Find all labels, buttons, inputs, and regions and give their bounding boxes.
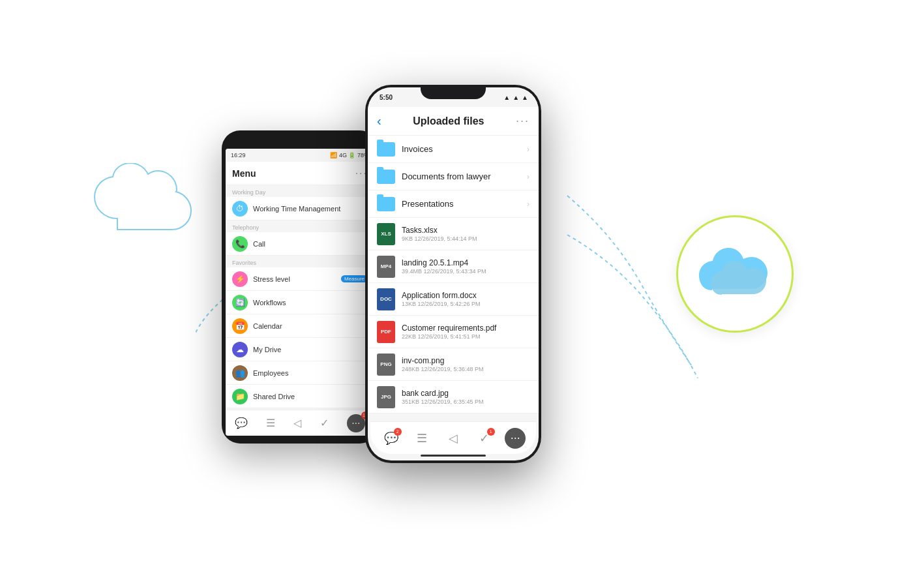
folder-item-presentations[interactable]: Presentations › [368, 190, 539, 218]
shared-drive-icon: 📁 [232, 389, 248, 404]
android-title: Menu [232, 168, 256, 179]
iphone-nav-back[interactable]: ◁ [443, 428, 464, 449]
iphone-notch [421, 85, 486, 99]
file-item-bankcard[interactable]: JPG bank card.jpg 351KB 12/26/2019, 6:35… [368, 381, 539, 414]
section-working-day: Working Day [226, 185, 374, 197]
file-meta-landing: 39.4MB 12/26/2019, 5:43:34 PM [402, 268, 529, 275]
stress-label: Stress level [253, 275, 337, 283]
iphone-back-button[interactable]: ‹ [377, 113, 381, 128]
file-name-invcom: inv-com.png [402, 356, 529, 365]
file-meta-tasks: 9KB 12/26/2019, 5:44:14 PM [402, 235, 529, 242]
working-time-icon: ⏱ [232, 201, 248, 217]
cloud-circle-icon [676, 215, 794, 333]
file-info-bankcard: bank card.jpg 351KB 12/26/2019, 6:35:45 … [402, 389, 529, 405]
calendar-label: Calendar [253, 322, 366, 330]
android-nav-more[interactable]: ··· 10 [347, 414, 365, 432]
stress-icon: ⚡ [232, 271, 248, 287]
file-icon-docx: DOC [377, 288, 395, 310]
file-name-requirements: Customer requirements.pdf [402, 324, 529, 333]
section-telephony: Telephony [226, 220, 374, 232]
iphone-title: Uploaded files [413, 115, 484, 127]
my-drive-icon: ☁ [232, 342, 248, 357]
cloud-outline-icon [91, 163, 209, 235]
file-meta-invcom: 248KB 12/26/2019, 5:36:48 PM [402, 366, 529, 372]
android-time: 16:29 [231, 152, 246, 158]
call-icon: 📞 [232, 236, 248, 252]
android-status-icons: 📶 4G 🔋 78% [330, 152, 369, 158]
menu-item-working-time[interactable]: ⏱ Working Time Management › [226, 197, 374, 220]
file-icon-xlsx: XLS [377, 223, 395, 245]
folder-name-invoices: Invoices [402, 144, 527, 154]
file-item-application[interactable]: DOC Application form.docx 13KB 12/26/201… [368, 283, 539, 316]
iphone-more-button[interactable]: ··· [516, 114, 529, 128]
iphone-file-list: Invoices › Documents from lawyer › Prese… [368, 136, 539, 414]
file-meta-requirements: 22KB 12/26/2019, 5:41:51 PM [402, 333, 529, 340]
menu-item-shared-drive[interactable]: 📁 Shared Drive › [226, 385, 374, 408]
menu-item-my-drive[interactable]: ☁ My Drive › [226, 338, 374, 361]
file-name-landing: landing 20.5.1.mp4 [402, 258, 529, 267]
android-bottom-nav: 💬 ☰ ◁ ✓ ··· 10 [226, 410, 374, 436]
file-info-invcom: inv-com.png 248KB 12/26/2019, 5:36:48 PM [402, 356, 529, 372]
iphone-check-badge: 1 [487, 428, 495, 436]
folder-icon-invoices [377, 142, 395, 157]
file-info-landing: landing 20.5.1.mp4 39.4MB 12/26/2019, 5:… [402, 258, 529, 275]
folder-icon-presentations [377, 197, 395, 211]
iphone-home-indicator [421, 455, 486, 457]
iphone-screen: 5:50 ▲ ▲ ▲ ‹ Uploaded files ··· Invoices… [368, 87, 539, 460]
file-meta-application: 13KB 12/26/2019, 5:42:26 PM [402, 301, 529, 307]
file-item-tasks[interactable]: XLS Tasks.xlsx 9KB 12/26/2019, 5:44:14 P… [368, 218, 539, 250]
menu-item-employees[interactable]: 👥 Employees › [226, 361, 374, 385]
menu-item-workflows[interactable]: 🔄 Workflows › [226, 291, 374, 314]
menu-item-calendar[interactable]: 📅 Calendar › [226, 314, 374, 338]
file-name-bankcard: bank card.jpg [402, 389, 529, 398]
file-info-tasks: Tasks.xlsx 9KB 12/26/2019, 5:44:14 PM [402, 226, 529, 242]
file-icon-mp4: MP4 [377, 256, 395, 278]
workflows-icon: 🔄 [232, 295, 248, 310]
iphone-time: 5:50 [380, 94, 393, 101]
menu-item-stress[interactable]: ⚡ Stress level Measure [226, 267, 374, 291]
file-name-tasks: Tasks.xlsx [402, 226, 529, 235]
stress-badge: Measure [341, 275, 368, 282]
file-item-landing[interactable]: MP4 landing 20.5.1.mp4 39.4MB 12/26/2019… [368, 250, 539, 283]
file-item-invcom[interactable]: PNG inv-com.png 248KB 12/26/2019, 5:36:4… [368, 348, 539, 381]
workflows-label: Workflows [253, 299, 366, 307]
iphone-nav-menu[interactable]: ☰ [411, 428, 432, 449]
employees-label: Employees [253, 369, 366, 377]
file-item-requirements[interactable]: PDF Customer requirements.pdf 22KB 12/26… [368, 316, 539, 348]
call-label: Call [253, 240, 366, 248]
android-nav-menu[interactable]: ☰ [266, 417, 275, 429]
menu-item-call[interactable]: 📞 Call › [226, 232, 374, 256]
folder-item-invoices[interactable]: Invoices › [368, 136, 539, 163]
my-drive-label: My Drive [253, 346, 366, 354]
file-icon-jpg: JPG [377, 386, 395, 408]
working-time-label: Working Time Management [253, 205, 366, 213]
file-meta-bankcard: 351KB 12/26/2019, 6:35:45 PM [402, 399, 529, 405]
iphone: 5:50 ▲ ▲ ▲ ‹ Uploaded files ··· Invoices… [365, 85, 541, 463]
file-info-requirements: Customer requirements.pdf 22KB 12/26/201… [402, 324, 529, 340]
iphone-nav-more[interactable]: ··· [505, 428, 526, 449]
folder-name-presentations: Presentations [402, 199, 527, 209]
section-favorites: Favorites [226, 256, 374, 267]
file-info-application: Application form.docx 13KB 12/26/2019, 5… [402, 291, 529, 307]
android-nav-check[interactable]: ✓ [320, 417, 329, 429]
android-screen: 16:29 📶 4G 🔋 78% Menu ··· Working Day ⏱ … [226, 149, 374, 436]
shared-drive-label: Shared Drive [253, 393, 366, 400]
folder-item-documents[interactable]: Documents from lawyer › [368, 163, 539, 190]
android-status-bar: 16:29 📶 4G 🔋 78% [226, 149, 374, 162]
iphone-bottom-nav: 💬 2 ☰ ◁ ✓ 1 ··· [370, 421, 536, 454]
iphone-status-icons: ▲ ▲ ▲ [503, 94, 528, 101]
android-header: Menu ··· [226, 162, 374, 185]
iphone-header: ‹ Uploaded files ··· [368, 107, 539, 136]
file-name-application: Application form.docx [402, 291, 529, 300]
folder-icon-documents [377, 170, 395, 184]
file-icon-png: PNG [377, 354, 395, 376]
android-phone: 16:29 📶 4G 🔋 78% Menu ··· Working Day ⏱ … [222, 130, 378, 444]
android-nav-chat[interactable]: 💬 [235, 417, 248, 429]
iphone-nav-check[interactable]: ✓ 1 [474, 428, 495, 449]
iphone-nav-chat[interactable]: 💬 2 [381, 428, 402, 449]
android-nav-back[interactable]: ◁ [293, 417, 301, 429]
calendar-icon: 📅 [232, 318, 248, 334]
employees-icon: 👥 [232, 365, 248, 381]
iphone-chat-badge: 2 [394, 428, 402, 436]
file-icon-pdf: PDF [377, 321, 395, 343]
